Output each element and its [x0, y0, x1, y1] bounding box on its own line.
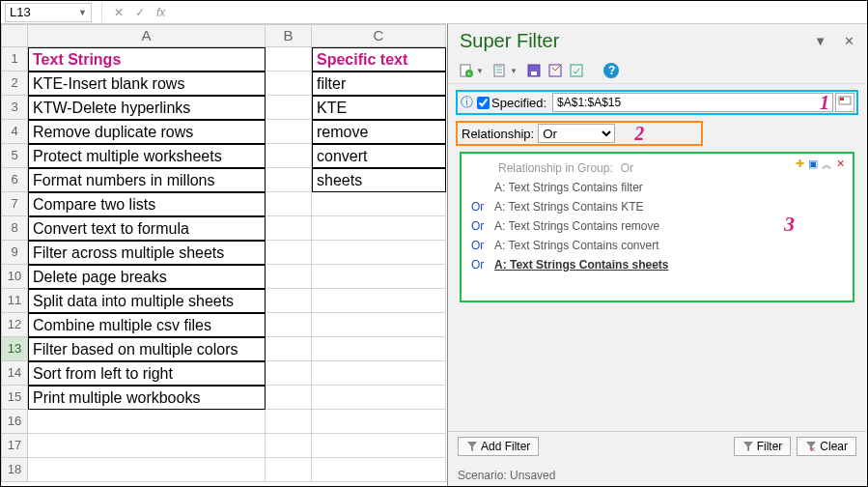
cell[interactable]: Specific text: [312, 47, 446, 72]
cell[interactable]: [312, 313, 446, 337]
row-header[interactable]: 16: [1, 410, 28, 434]
panel-menu-icon[interactable]: ▼: [814, 34, 826, 48]
row-header[interactable]: 13: [1, 337, 28, 361]
cell[interactable]: KTE-Insert blank rows: [28, 72, 266, 96]
group-relationship-header[interactable]: Relationship in Group: Or: [471, 161, 843, 175]
cell[interactable]: Combine multiple csv files: [28, 313, 266, 337]
paste-condition-icon[interactable]: ▣: [808, 158, 818, 172]
row-header[interactable]: 9: [1, 241, 28, 265]
cell[interactable]: [266, 241, 312, 265]
fx-icon[interactable]: fx: [156, 6, 165, 19]
cancel-icon[interactable]: ✕: [114, 6, 124, 19]
cell[interactable]: [266, 96, 312, 120]
cell[interactable]: [312, 265, 446, 289]
filter-condition[interactable]: A: Text Strings Contains filter: [471, 181, 843, 194]
cell[interactable]: Delete page breaks: [28, 265, 266, 289]
add-condition-icon[interactable]: ✚: [796, 158, 804, 172]
cell[interactable]: [266, 361, 312, 386]
cell[interactable]: [312, 289, 446, 313]
select-all-corner[interactable]: [1, 24, 28, 47]
cell[interactable]: [266, 410, 312, 434]
chevron-down-icon[interactable]: ▼: [78, 8, 87, 17]
cell[interactable]: [266, 386, 312, 410]
enter-icon[interactable]: ✓: [135, 6, 145, 19]
cell[interactable]: [28, 434, 266, 458]
cell[interactable]: [266, 313, 312, 337]
row-header[interactable]: 17: [1, 434, 28, 458]
cell[interactable]: [266, 72, 312, 96]
row-header[interactable]: 7: [1, 192, 28, 216]
save-as-icon[interactable]: [546, 62, 564, 79]
row-header[interactable]: 12: [1, 313, 28, 337]
row-header[interactable]: 5: [1, 144, 28, 168]
remove-condition-icon[interactable]: ✕: [836, 158, 845, 172]
cell[interactable]: [266, 144, 312, 168]
cell[interactable]: [266, 47, 312, 72]
row-header[interactable]: 11: [1, 289, 28, 313]
cell[interactable]: remove: [312, 120, 446, 144]
cell[interactable]: Split data into multiple sheets: [28, 289, 266, 313]
row-header[interactable]: 10: [1, 265, 28, 289]
cell[interactable]: [266, 265, 312, 289]
row-header[interactable]: 4: [1, 120, 28, 144]
specified-range-input[interactable]: [552, 93, 833, 112]
cell[interactable]: [266, 434, 312, 458]
range-picker-icon[interactable]: [835, 93, 854, 112]
cell[interactable]: [266, 168, 312, 192]
row-header[interactable]: 8: [1, 216, 28, 241]
close-icon[interactable]: ✕: [844, 34, 854, 48]
col-header-A[interactable]: A: [28, 24, 266, 47]
cell[interactable]: [312, 192, 446, 216]
cell[interactable]: [312, 458, 446, 482]
cell[interactable]: Filter across multiple sheets: [28, 241, 266, 265]
row-header[interactable]: 2: [1, 72, 28, 96]
help-icon[interactable]: ?: [602, 62, 620, 79]
cell[interactable]: filter: [312, 72, 446, 96]
relationship-select[interactable]: Or: [538, 124, 615, 143]
row-header[interactable]: 1: [1, 47, 28, 72]
cell[interactable]: [312, 241, 446, 265]
row-header[interactable]: 3: [1, 96, 28, 120]
cell[interactable]: [312, 434, 446, 458]
cell[interactable]: [28, 410, 266, 434]
cell[interactable]: Format numbers in millons: [28, 168, 266, 192]
cell[interactable]: sheets: [312, 168, 446, 192]
col-header-B[interactable]: B: [266, 24, 312, 47]
filter-condition[interactable]: OrA: Text Strings Contains convert: [471, 239, 843, 252]
cell[interactable]: Text Strings: [28, 47, 266, 72]
specified-checkbox[interactable]: [477, 97, 490, 109]
row-header[interactable]: 14: [1, 361, 28, 386]
cell[interactable]: [266, 289, 312, 313]
cell[interactable]: [266, 337, 312, 361]
row-header[interactable]: 18: [1, 458, 28, 482]
cell[interactable]: convert: [312, 144, 446, 168]
cell[interactable]: Print multiple workbooks: [28, 386, 266, 410]
save-icon[interactable]: [525, 62, 543, 79]
cell[interactable]: KTW-Delete hyperlinks: [28, 96, 266, 120]
cell[interactable]: Convert text to formula: [28, 216, 266, 241]
cell[interactable]: [266, 192, 312, 216]
row-header[interactable]: 15: [1, 386, 28, 410]
filter-button[interactable]: Filter: [734, 437, 792, 456]
info-icon[interactable]: ⓘ: [458, 94, 475, 111]
col-header-C[interactable]: C: [312, 24, 446, 47]
cell[interactable]: Protect multiple worksheets: [28, 144, 266, 168]
cell[interactable]: [312, 337, 446, 361]
filter-condition[interactable]: OrA: Text Strings Contains sheets: [471, 258, 843, 272]
clear-button[interactable]: x Clear: [797, 437, 856, 456]
collapse-icon[interactable]: ︽: [822, 158, 832, 172]
cell[interactable]: Compare two lists: [28, 192, 266, 216]
new-scenario-icon[interactable]: +: [458, 62, 475, 79]
manage-icon[interactable]: [568, 62, 585, 79]
chevron-down-icon[interactable]: ▼: [510, 67, 518, 75]
cell[interactable]: Remove duplicate rows: [28, 120, 266, 144]
cell[interactable]: [312, 386, 446, 410]
cell[interactable]: [266, 458, 312, 482]
open-scenario-icon[interactable]: [491, 62, 509, 79]
cell[interactable]: [266, 120, 312, 144]
cell[interactable]: [312, 410, 446, 434]
cell[interactable]: [28, 458, 266, 482]
chevron-down-icon[interactable]: ▼: [476, 67, 484, 75]
cell[interactable]: KTE: [312, 96, 446, 120]
cell[interactable]: [266, 216, 312, 241]
